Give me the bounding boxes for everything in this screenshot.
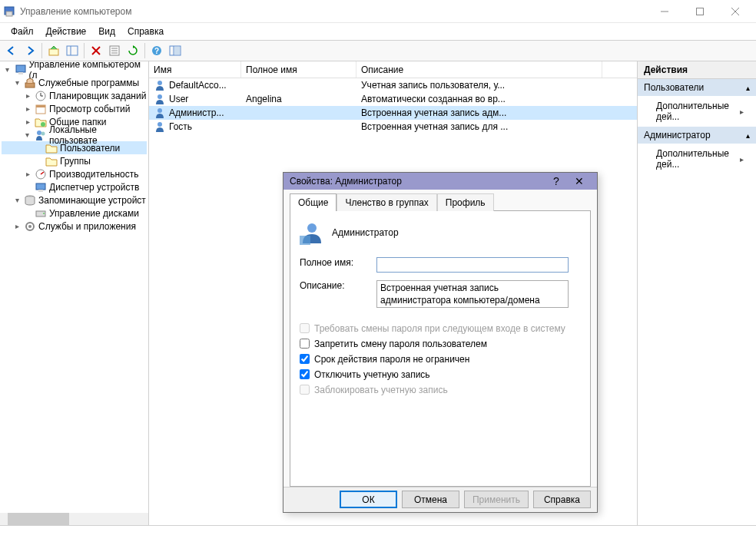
user-icon bbox=[154, 107, 166, 119]
svg-rect-20 bbox=[16, 65, 25, 72]
tree-node[interactable]: ▾Запоминающие устройст bbox=[2, 193, 147, 207]
tree-node[interactable]: Группы bbox=[2, 154, 147, 167]
twisty-icon[interactable]: ▸ bbox=[12, 222, 22, 230]
show-hide-tree-button[interactable] bbox=[64, 42, 81, 59]
list-cell: Гость bbox=[149, 120, 241, 134]
tab-panel-general: Администратор Полное имя: Описание: Встр… bbox=[290, 210, 591, 487]
twisty-icon[interactable]: ▸ bbox=[23, 170, 32, 178]
checkbox-input[interactable] bbox=[300, 354, 310, 364]
up-button[interactable] bbox=[45, 42, 62, 59]
users-icon bbox=[35, 129, 47, 141]
svg-point-40 bbox=[158, 81, 162, 85]
twisty-icon[interactable]: ▾ bbox=[3, 65, 12, 74]
tree-node[interactable]: ▸Планировщик заданий bbox=[2, 89, 147, 102]
ok-button[interactable]: ОК bbox=[340, 491, 397, 508]
cancel-button[interactable]: Отмена bbox=[402, 491, 459, 508]
checkbox-label: Заблокировать учетную запись bbox=[314, 385, 448, 395]
delete-button[interactable] bbox=[88, 42, 104, 59]
tree-node[interactable]: Диспетчер устройств bbox=[2, 180, 147, 193]
tree-node-label: Группы bbox=[60, 156, 91, 167]
tree-node[interactable]: ▸Службы и приложения bbox=[2, 220, 147, 233]
menu-action[interactable]: Действие bbox=[40, 25, 93, 38]
checkbox-input[interactable] bbox=[300, 369, 310, 379]
properties-button[interactable] bbox=[106, 42, 123, 59]
twisty-icon[interactable]: ▸ bbox=[23, 117, 32, 126]
tools-icon bbox=[24, 77, 36, 89]
fullname-input[interactable] bbox=[376, 257, 569, 273]
actions-item[interactable]: Дополнительные дей...▸ bbox=[638, 144, 756, 174]
tree-node[interactable]: ▾Локальные пользовате bbox=[2, 128, 147, 141]
twisty-icon[interactable]: ▾ bbox=[12, 196, 22, 204]
tree-node-label: Диспетчер устройств bbox=[49, 182, 139, 193]
user-icon bbox=[154, 79, 166, 91]
twisty-icon[interactable]: ▸ bbox=[23, 104, 32, 113]
column-header[interactable]: Имя bbox=[149, 61, 241, 78]
twisty-icon[interactable]: ▸ bbox=[23, 91, 32, 100]
svg-rect-33 bbox=[36, 183, 45, 190]
description-label: Описание: bbox=[300, 280, 376, 291]
tree-node[interactable]: ▾Служебные программы bbox=[2, 76, 147, 89]
list-row[interactable]: ГостьВстроенная учетная запись для ... bbox=[149, 120, 637, 134]
services-icon bbox=[24, 220, 36, 233]
checkbox-row[interactable]: Срок действия пароля не ограничен bbox=[300, 354, 581, 365]
tree-node[interactable]: ▸Просмотр событий bbox=[2, 102, 147, 115]
horizontal-scrollbar[interactable] bbox=[0, 513, 148, 525]
svg-point-42 bbox=[158, 108, 162, 113]
svg-rect-6 bbox=[49, 49, 58, 55]
dialog-titlebar[interactable]: Свойства: Администратор ? ✕ bbox=[284, 173, 597, 190]
checkbox-row[interactable]: Отключить учетную запись bbox=[300, 369, 581, 380]
export-button[interactable] bbox=[167, 42, 184, 59]
list-row[interactable]: DefaultAcco...Учетная запись пользовател… bbox=[149, 78, 637, 92]
tab-member-of[interactable]: Членство в группах bbox=[337, 193, 436, 211]
app-icon bbox=[3, 5, 15, 18]
svg-point-44 bbox=[307, 223, 317, 233]
svg-point-39 bbox=[28, 225, 32, 228]
svg-rect-1 bbox=[6, 12, 12, 16]
checkbox-label: Запретить смену пароля пользователем bbox=[314, 339, 487, 349]
apply-button[interactable]: Применить bbox=[464, 491, 529, 508]
toolbar-separator bbox=[84, 43, 85, 58]
svg-point-37 bbox=[43, 213, 45, 214]
tree-node[interactable]: Управление дисками bbox=[2, 207, 147, 220]
tree-root[interactable]: ▾ Управление компьютером (л bbox=[2, 63, 147, 76]
dialog-close-button[interactable]: ✕ bbox=[568, 175, 591, 187]
svg-line-32 bbox=[41, 172, 44, 174]
tree-node[interactable]: ▸Производительность bbox=[2, 167, 147, 180]
twisty-icon[interactable]: ▾ bbox=[12, 78, 22, 87]
list-body: DefaultAcco...Учетная запись пользовател… bbox=[149, 78, 637, 134]
list-row[interactable]: UserAngelinaАвтоматически созданная во в… bbox=[149, 92, 637, 106]
dialog-help-footer-button[interactable]: Справка bbox=[533, 491, 591, 508]
actions-section-header[interactable]: Пользователи▴ bbox=[638, 79, 756, 96]
help-button[interactable]: ? bbox=[148, 42, 165, 59]
forward-button[interactable] bbox=[22, 42, 38, 59]
svg-point-28 bbox=[41, 122, 45, 127]
twisty-icon[interactable]: ▾ bbox=[23, 131, 32, 139]
back-button[interactable] bbox=[3, 42, 20, 59]
user-icon bbox=[154, 93, 166, 105]
actions-section-header[interactable]: Администратор▴ bbox=[638, 127, 756, 144]
dialog-help-button[interactable]: ? bbox=[545, 175, 568, 187]
description-input[interactable]: Встроенная учетная запись администратора… bbox=[376, 280, 569, 308]
refresh-button[interactable] bbox=[124, 42, 141, 59]
tree-node-label: Производительность bbox=[49, 169, 138, 180]
list-cell: User bbox=[149, 92, 241, 106]
tab-profile[interactable]: Профиль bbox=[437, 193, 494, 211]
menu-help[interactable]: Справка bbox=[121, 25, 170, 38]
close-button[interactable] bbox=[718, 0, 753, 23]
minimize-button[interactable] bbox=[647, 0, 682, 23]
maximize-button[interactable] bbox=[682, 0, 718, 23]
svg-point-43 bbox=[158, 122, 162, 127]
toolbar: ? bbox=[0, 40, 756, 61]
checkbox-row: Заблокировать учетную запись bbox=[300, 385, 581, 395]
menu-file[interactable]: Файл bbox=[5, 25, 40, 38]
tree-node-label: Службы и приложения bbox=[38, 221, 136, 232]
column-header[interactable]: Полное имя bbox=[241, 61, 356, 78]
actions-item[interactable]: Дополнительные дей...▸ bbox=[638, 96, 756, 127]
checkbox-row[interactable]: Запретить смену пароля пользователем bbox=[300, 339, 581, 349]
list-row[interactable]: Администр...Встроенная учетная запись ад… bbox=[149, 106, 637, 120]
menu-view[interactable]: Вид bbox=[92, 25, 121, 38]
collapse-icon: ▴ bbox=[746, 131, 750, 140]
column-header[interactable]: Описание bbox=[356, 61, 602, 78]
checkbox-input[interactable] bbox=[300, 339, 310, 349]
tab-general[interactable]: Общие bbox=[290, 193, 337, 211]
